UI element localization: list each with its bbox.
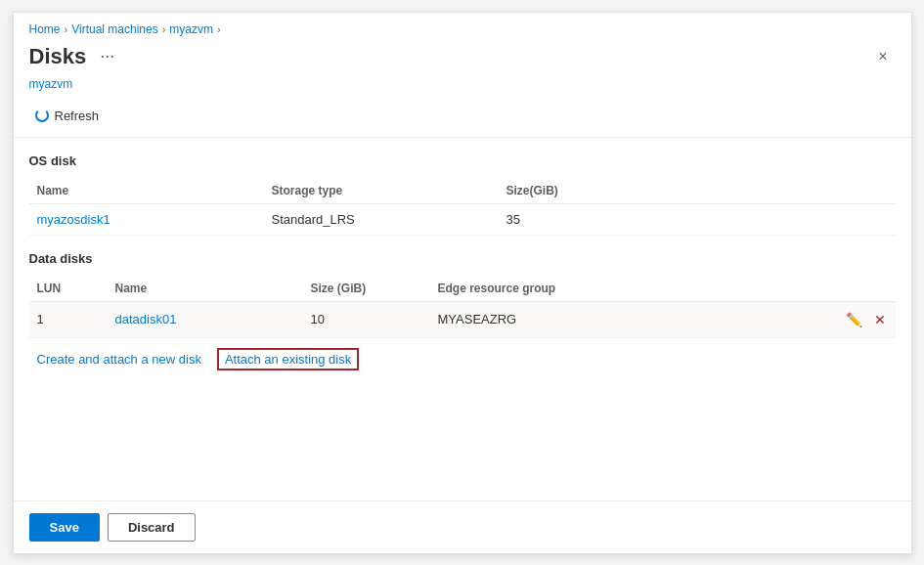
attach-existing-button[interactable]: Attach an existing disk — [217, 348, 359, 370]
os-disk-storage-type: Standard_LRS — [272, 212, 506, 227]
refresh-button[interactable]: Refresh — [29, 105, 106, 127]
data-col-edge-rg: Edge resource group — [438, 282, 888, 295]
edit-icon[interactable]: ✏️ — [844, 310, 864, 329]
link-row: Create and attach a new disk Attach an e… — [29, 338, 896, 380]
close-button[interactable]: × — [870, 44, 895, 69]
data-disks-section: Data disks LUN Name Size (GiB) Edge reso… — [29, 251, 896, 380]
os-col-size: Size(GiB) — [506, 184, 888, 197]
row-actions: ✏️ ✕ — [844, 310, 888, 329]
disks-panel: Home › Virtual machines › myazvm › Disks… — [13, 12, 912, 554]
os-disk-table-header: Name Storage type Size(GiB) — [29, 178, 896, 204]
table-row: 1 datadisk01 10 MYASEAZRG ✏️ ✕ — [29, 302, 896, 338]
breadcrumb: Home › Virtual machines › myazvm › — [14, 13, 911, 40]
data-col-name: Name — [115, 282, 311, 295]
breadcrumb-sep3: › — [217, 23, 221, 35]
data-disk-lun: 1 — [37, 312, 115, 326]
panel-header: Disks ··· × — [14, 40, 911, 77]
delete-icon[interactable]: ✕ — [872, 310, 888, 329]
more-options-icon[interactable]: ··· — [94, 44, 120, 68]
header-left: Disks ··· — [29, 44, 121, 69]
breadcrumb-sep2: › — [162, 23, 166, 35]
data-col-lun: LUN — [37, 282, 115, 295]
os-disk-row: myazosdisk1 Standard_LRS 35 — [29, 204, 896, 236]
footer: Save Discard — [14, 500, 911, 553]
data-disk-rg-cell: MYASEAZRG ✏️ ✕ — [438, 310, 888, 329]
save-button[interactable]: Save — [29, 513, 100, 542]
breadcrumb-vms[interactable]: Virtual machines — [71, 22, 158, 36]
os-disk-name[interactable]: myazosdisk1 — [37, 212, 272, 227]
data-disk-table-header: LUN Name Size (GiB) Edge resource group — [29, 276, 896, 302]
page-title: Disks — [29, 44, 87, 69]
breadcrumb-sep1: › — [65, 23, 68, 35]
breadcrumb-vm[interactable]: myazvm — [169, 22, 213, 36]
data-disk-size: 10 — [311, 312, 438, 326]
main-content: OS disk Name Storage type Size(GiB) myaz… — [14, 138, 911, 500]
breadcrumb-home[interactable]: Home — [29, 22, 61, 36]
refresh-label: Refresh — [55, 109, 100, 123]
os-col-storage: Storage type — [272, 184, 506, 197]
refresh-icon — [35, 109, 49, 122]
data-disk-rg: MYASEAZRG — [438, 312, 517, 326]
os-disk-title: OS disk — [29, 153, 896, 168]
discard-button[interactable]: Discard — [108, 513, 196, 542]
data-disks-title: Data disks — [29, 251, 896, 266]
os-disk-section: OS disk Name Storage type Size(GiB) myaz… — [29, 153, 896, 236]
os-disk-size: 35 — [506, 212, 888, 227]
data-disk-name[interactable]: datadisk01 — [115, 312, 311, 326]
data-col-size: Size (GiB) — [311, 282, 438, 295]
resource-subtitle: myazvm — [14, 77, 911, 99]
os-col-name: Name — [37, 184, 272, 197]
create-attach-button[interactable]: Create and attach a new disk — [37, 352, 201, 367]
toolbar: Refresh — [14, 99, 911, 138]
